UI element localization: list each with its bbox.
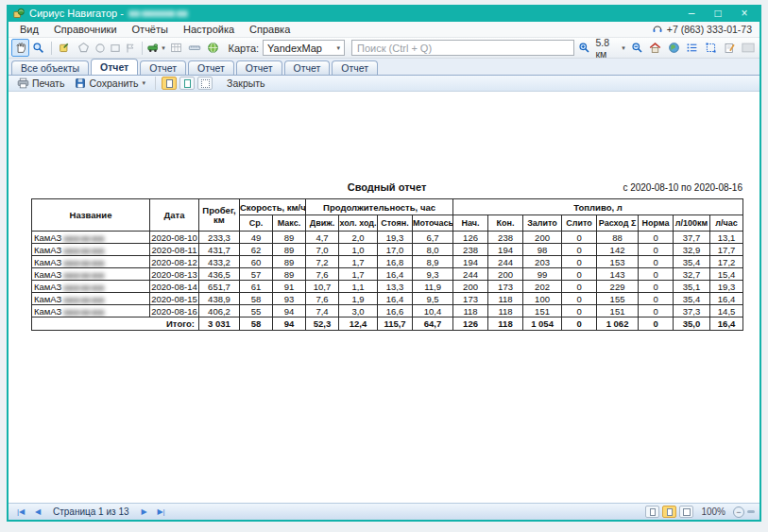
value-cell: 37,3	[674, 305, 710, 317]
total-value-cell: 12,4	[339, 317, 378, 331]
save-button[interactable]: Сохранить ▾	[71, 77, 149, 91]
view-multi-page-button[interactable]	[679, 506, 693, 518]
subcolumn-header: Ср.	[240, 215, 273, 232]
search-map-button[interactable]	[30, 39, 48, 57]
map-select-combobox[interactable]: YandexMap ▾	[263, 40, 345, 56]
value-cell: 13,1	[710, 232, 743, 244]
support-phone: +7 (863) 333-01-73	[652, 24, 756, 35]
view-fit-width-button[interactable]	[662, 506, 676, 518]
value-cell: 233,3	[199, 232, 240, 244]
table-row: КамАЗ ▮▮▮▮▮ ▮▮▮ ▮▮▮▮2020-08-10233,349894…	[32, 232, 743, 244]
print-button[interactable]: Печать	[13, 77, 68, 91]
selection-rect-icon	[705, 42, 717, 54]
close-report-button[interactable]: Закрыть	[223, 77, 268, 91]
menu-item-settings[interactable]: Настройка	[176, 24, 242, 35]
fullscreen-button[interactable]	[197, 77, 213, 90]
tab-report-2[interactable]: Отчет	[140, 60, 186, 75]
vehicle-name-cell: КамАЗ ▮▮▮▮▮ ▮▮▮ ▮▮▮▮	[32, 293, 150, 305]
tab-all-objects[interactable]: Все объекты	[11, 60, 89, 75]
printer-icon	[17, 77, 29, 89]
total-value-cell: 0	[562, 317, 597, 331]
last-page-button[interactable]: ▶|	[154, 506, 169, 519]
value-cell: 55	[240, 305, 273, 317]
home-view-button[interactable]	[646, 39, 664, 57]
maximize-button[interactable]: □	[711, 8, 725, 19]
next-page-button[interactable]: ▶	[137, 506, 152, 519]
tab-report-active[interactable]: Отчет	[91, 59, 138, 75]
value-cell: 1,7	[339, 268, 378, 281]
select-area-button[interactable]	[702, 39, 720, 57]
geo-report-button[interactable]	[204, 39, 222, 57]
total-value-cell: 126	[453, 317, 488, 331]
value-cell: 9,3	[413, 268, 453, 281]
value-cell: 203	[523, 256, 562, 268]
column-group-duration: Продолжительность, час	[306, 199, 453, 215]
panel-toggle-button[interactable]	[739, 39, 757, 57]
value-cell: 89	[273, 268, 306, 281]
minimize-button[interactable]: –	[685, 8, 698, 19]
object-list-button[interactable]	[684, 39, 702, 57]
menu-item-view[interactable]: Вид	[12, 24, 46, 35]
vehicle-name-cell: КамАЗ ▮▮▮▮▮ ▮▮▮ ▮▮▮▮	[32, 305, 150, 317]
view-one-page-button[interactable]	[645, 506, 659, 518]
headset-icon	[652, 24, 663, 35]
total-value-cell: 1 062	[597, 317, 639, 331]
value-cell: 406,2	[199, 305, 240, 317]
schedule-button[interactable]	[167, 39, 185, 57]
menu-item-help[interactable]: Справка	[242, 24, 298, 35]
pan-hand-button[interactable]	[11, 39, 29, 57]
first-page-button[interactable]: |◀	[13, 506, 28, 519]
value-cell: 13,3	[378, 281, 413, 293]
summary-report-table: Название Дата Пробег, км Скорость, км/ч …	[31, 198, 743, 331]
value-cell: 100	[523, 293, 562, 305]
value-cell: 35,4	[674, 293, 710, 305]
value-cell: 0	[639, 244, 674, 256]
vehicle-list-button[interactable]: ▾	[146, 39, 166, 57]
map-scale-dropdown[interactable]: 5.8 км ▾	[595, 37, 624, 60]
value-cell: 431,7	[199, 244, 240, 256]
value-cell: 61	[240, 281, 273, 293]
fit-page-button[interactable]	[179, 77, 195, 90]
subcolumn-header: л/100км	[674, 215, 710, 232]
prev-page-button[interactable]: ◀	[30, 506, 45, 519]
value-cell: 7,6	[306, 268, 339, 281]
flag-tool-button[interactable]	[124, 39, 138, 57]
value-cell: 3,0	[339, 305, 378, 317]
support-phone-number: +7 (863) 333-01-73	[667, 24, 752, 35]
one-page-icon	[650, 508, 656, 516]
zoom-out-slider-button[interactable]: −	[733, 506, 744, 518]
circle-tool-button[interactable]	[93, 39, 107, 57]
zoom-out-button[interactable]	[628, 39, 646, 57]
vehicle-name: КамАЗ	[34, 232, 61, 243]
tab-report-5[interactable]: Отчет	[284, 60, 331, 75]
tab-report-6[interactable]: Отчет	[332, 60, 378, 75]
close-button[interactable]: ×	[738, 8, 751, 19]
value-cell: 194	[488, 244, 523, 256]
edit-note-button[interactable]	[721, 39, 739, 57]
measure-button[interactable]	[185, 39, 203, 57]
search-input[interactable]	[351, 40, 574, 56]
list-icon	[686, 42, 698, 54]
rectangle-icon	[110, 43, 121, 54]
zoom-in-button[interactable]	[575, 39, 593, 57]
map-view-button[interactable]	[665, 39, 683, 57]
polygon-tool-button[interactable]	[75, 39, 93, 57]
tab-report-4[interactable]: Отчет	[236, 60, 282, 75]
edit-zone-button[interactable]	[56, 39, 74, 57]
value-cell: 200	[453, 281, 488, 293]
save-icon	[75, 77, 86, 89]
value-cell: 238	[488, 232, 523, 244]
tab-report-3[interactable]: Отчет	[188, 60, 234, 75]
fit-width-button[interactable]	[162, 77, 177, 90]
column-header-mileage: Пробег, км	[199, 199, 240, 232]
rectangle-tool-button[interactable]	[109, 39, 123, 57]
globe-icon	[668, 42, 680, 54]
report-period: с 2020-08-10 по 2020-08-16	[623, 182, 742, 193]
vehicle-name-cell: КамАЗ ▮▮▮▮▮ ▮▮▮ ▮▮▮▮	[32, 232, 150, 244]
menu-item-directories[interactable]: Справочники	[46, 24, 125, 35]
subcolumn-header: Расход Σ	[597, 215, 639, 232]
value-cell: 58	[240, 293, 273, 305]
zoom-in-icon	[578, 42, 590, 54]
zoom-slider[interactable]	[747, 510, 755, 513]
menu-item-reports[interactable]: Отчёты	[125, 24, 176, 35]
